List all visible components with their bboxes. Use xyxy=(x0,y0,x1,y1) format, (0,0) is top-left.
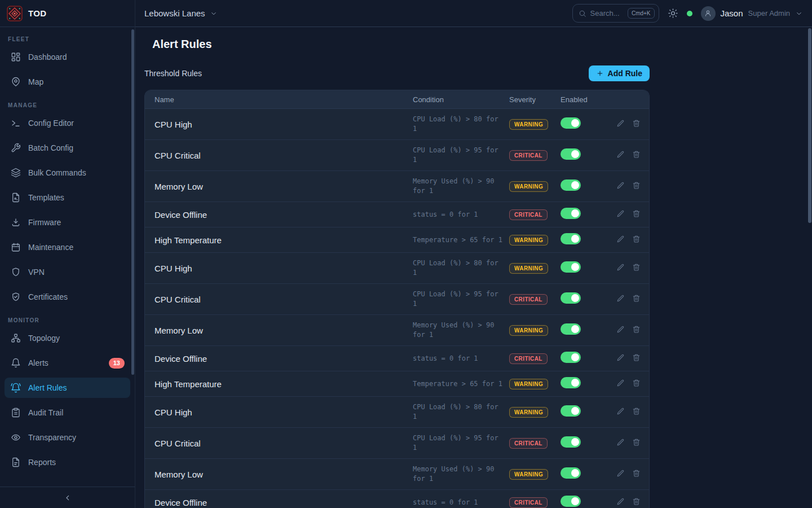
sidebar-scrollbar[interactable] xyxy=(131,29,134,375)
user-menu[interactable]: Jason Super Admin xyxy=(701,6,803,21)
sidebar-item-firmware[interactable]: Firmware xyxy=(5,212,130,233)
sidebar-item-vpn[interactable]: VPN xyxy=(5,262,130,282)
sidebar-item-config-editor[interactable]: Config Editor xyxy=(5,113,130,133)
enabled-toggle[interactable] xyxy=(561,261,581,273)
enabled-toggle[interactable] xyxy=(561,148,581,160)
sidebar-item-label: Topology xyxy=(28,334,60,343)
edit-rule-button[interactable] xyxy=(616,353,625,364)
org-selector[interactable]: Lebowski Lanes xyxy=(144,8,218,18)
enabled-toggle[interactable] xyxy=(561,467,581,479)
enabled-toggle[interactable] xyxy=(561,233,581,244)
table-row: Memory LowMemory Used (%) > 90 for 1WARN… xyxy=(145,459,649,490)
delete-rule-button[interactable] xyxy=(632,150,641,160)
sidebar-collapse-button[interactable] xyxy=(0,487,135,508)
sidebar-item-reports[interactable]: Reports xyxy=(5,452,130,472)
main-scrollbar[interactable] xyxy=(808,28,811,223)
edit-rule-button[interactable] xyxy=(616,407,625,417)
edit-rule-button[interactable] xyxy=(616,181,625,191)
edit-rule-button[interactable] xyxy=(616,325,625,335)
edit-rule-button[interactable] xyxy=(616,209,625,220)
edit-rule-button[interactable] xyxy=(616,235,625,245)
page-header: Alert Rules xyxy=(144,34,803,54)
edit-rule-button[interactable] xyxy=(616,294,625,304)
delete-rule-button[interactable] xyxy=(632,353,641,364)
severity-badge: WARNING xyxy=(509,181,548,192)
sidebar-item-alerts[interactable]: Alerts13 xyxy=(5,353,130,373)
trash-icon xyxy=(632,150,641,159)
rule-name: Device Offline xyxy=(155,352,413,365)
sidebar-item-certificates[interactable]: Certificates xyxy=(5,287,130,307)
table-row: Device Offlinestatus = 0 for 1CRITICAL xyxy=(145,490,649,508)
sidebar-item-map[interactable]: Map xyxy=(5,72,130,92)
topbar-right: Cmd+K Jason Super Admin xyxy=(572,4,803,23)
edit-rule-button[interactable] xyxy=(616,497,625,507)
trash-icon xyxy=(632,235,641,243)
enabled-toggle[interactable] xyxy=(561,377,581,388)
page-title: Alert Rules xyxy=(152,38,212,51)
rule-condition: CPU Load (%) > 95 for 1 xyxy=(413,290,504,309)
column-header-name: Name xyxy=(155,95,413,104)
enabled-toggle[interactable] xyxy=(561,436,581,448)
sidebar-item-alert-rules[interactable]: Alert Rules xyxy=(5,378,130,398)
delete-rule-button[interactable] xyxy=(632,235,641,245)
delete-rule-button[interactable] xyxy=(632,497,641,507)
enabled-toggle[interactable] xyxy=(561,352,581,363)
edit-rule-button[interactable] xyxy=(616,119,625,129)
enabled-toggle[interactable] xyxy=(561,208,581,219)
pencil-icon xyxy=(616,150,625,159)
sidebar-item-label: Transparency xyxy=(28,433,76,442)
sidebar-item-audit-trail[interactable]: Audit Trail xyxy=(5,402,130,423)
edit-rule-button[interactable] xyxy=(616,379,625,389)
terminal-icon xyxy=(10,117,21,129)
row-actions xyxy=(616,438,649,448)
enabled-toggle[interactable] xyxy=(561,323,581,335)
add-rule-button[interactable]: Add Rule xyxy=(589,65,650,81)
trash-icon xyxy=(632,294,641,303)
topology-icon xyxy=(10,332,21,344)
edit-rule-button[interactable] xyxy=(616,438,625,448)
delete-rule-button[interactable] xyxy=(632,209,641,220)
enabled-toggle[interactable] xyxy=(561,496,581,507)
delete-rule-button[interactable] xyxy=(632,294,641,304)
search-box[interactable]: Cmd+K xyxy=(572,4,659,23)
sidebar-item-templates[interactable]: Templates xyxy=(5,187,130,208)
sidebar-section-fleet: FLEETDashboardMap xyxy=(5,36,130,92)
delete-rule-button[interactable] xyxy=(632,263,641,273)
delete-rule-button[interactable] xyxy=(632,407,641,417)
edit-rule-button[interactable] xyxy=(616,263,625,273)
severity-badge: WARNING xyxy=(509,469,548,480)
severity-badge: CRITICAL xyxy=(509,497,548,508)
sun-icon[interactable] xyxy=(668,8,678,19)
enabled-toggle[interactable] xyxy=(561,117,581,129)
sidebar-item-bulk-commands[interactable]: Bulk Commands xyxy=(5,163,130,183)
user-icon xyxy=(704,9,712,17)
table-row: CPU HighCPU Load (%) > 80 for 1WARNING xyxy=(145,397,649,428)
sidebar-item-topology[interactable]: Topology xyxy=(5,328,130,348)
search-input[interactable] xyxy=(590,9,624,17)
rule-condition: Memory Used (%) > 90 for 1 xyxy=(413,177,504,196)
enabled-toggle[interactable] xyxy=(561,405,581,417)
sidebar-item-batch-config[interactable]: Batch Config xyxy=(5,138,130,158)
trash-icon xyxy=(632,438,641,446)
edit-rule-button[interactable] xyxy=(616,469,625,479)
rule-condition: Memory Used (%) > 90 for 1 xyxy=(413,321,504,340)
rule-condition: Temperature > 65 for 1 xyxy=(413,235,504,245)
enabled-toggle[interactable] xyxy=(561,292,581,304)
topbar: Lebowski Lanes Cmd+K Jason Super Admin xyxy=(135,0,812,27)
sidebar-item-transparency[interactable]: Transparency xyxy=(5,427,130,448)
rule-name: CPU High xyxy=(155,262,413,275)
sidebar-item-maintenance[interactable]: Maintenance xyxy=(5,237,130,257)
sidebar-item-dashboard[interactable]: Dashboard xyxy=(5,47,130,67)
delete-rule-button[interactable] xyxy=(632,438,641,448)
rule-condition: Memory Used (%) > 90 for 1 xyxy=(413,465,504,484)
delete-rule-button[interactable] xyxy=(632,325,641,335)
delete-rule-button[interactable] xyxy=(632,379,641,389)
delete-rule-button[interactable] xyxy=(632,469,641,479)
edit-rule-button[interactable] xyxy=(616,150,625,160)
enabled-toggle[interactable] xyxy=(561,179,581,191)
rule-condition: CPU Load (%) > 80 for 1 xyxy=(413,402,504,422)
delete-rule-button[interactable] xyxy=(632,119,641,129)
pencil-icon xyxy=(616,497,625,506)
sidebar-item-label: Firmware xyxy=(28,218,61,227)
delete-rule-button[interactable] xyxy=(632,181,641,191)
